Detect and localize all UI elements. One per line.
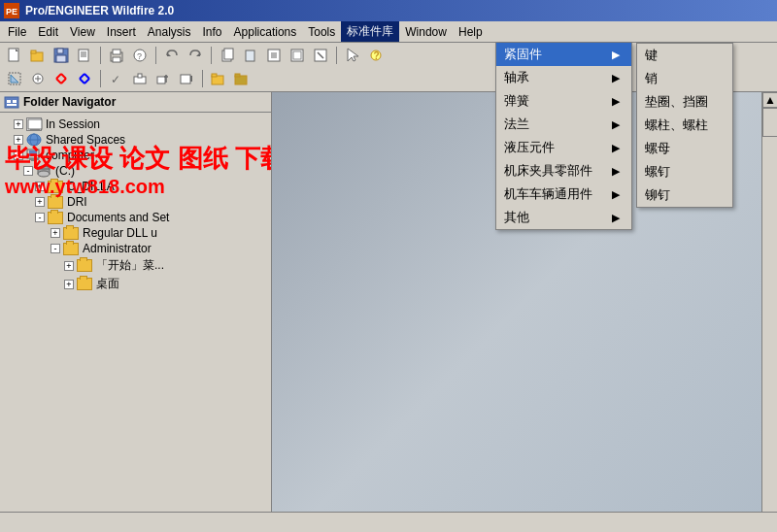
- expander-in-session[interactable]: +: [14, 119, 23, 129]
- menu-file[interactable]: File: [2, 23, 32, 41]
- expander-regular[interactable]: +: [51, 228, 60, 238]
- tb2-folder2[interactable]: [231, 68, 253, 89]
- dd-item-hydraulics[interactable]: 液压元件 ▶: [496, 136, 631, 159]
- tree-item-dri[interactable]: + DRI: [0, 194, 271, 210]
- expander-docs[interactable]: -: [35, 213, 45, 222]
- folder-regular-icon: [63, 227, 79, 240]
- tree-item-computer[interactable]: - computer: [0, 148, 271, 163]
- dd-item-flanges[interactable]: 法兰 ▶: [496, 113, 631, 136]
- dd-arrow-flanges: ▶: [612, 118, 620, 131]
- folder-start-icon: [77, 259, 92, 272]
- tb-btn-10[interactable]: [263, 45, 285, 66]
- sub-item-key[interactable]: 键: [637, 44, 732, 67]
- toolbar-sep-4: [336, 47, 337, 64]
- expander-computer[interactable]: -: [14, 150, 23, 160]
- tb2-folder[interactable]: [208, 68, 229, 89]
- tb-btn-6[interactable]: ?: [129, 45, 151, 66]
- expander-start[interactable]: +: [64, 261, 74, 271]
- sub-label-rivet: 铆钉: [645, 186, 670, 204]
- dd-item-springs[interactable]: 弹簧 ▶: [496, 89, 631, 113]
- tb2-2[interactable]: [27, 68, 49, 89]
- sub-item-washer[interactable]: 垫圈、挡圈: [637, 90, 732, 114]
- svg-rect-22: [246, 50, 254, 61]
- dd-item-vehicle[interactable]: 机车车辆通用件 ▶: [496, 183, 631, 206]
- tb2-5[interactable]: ✓: [106, 68, 127, 89]
- menu-insert[interactable]: Insert: [101, 23, 142, 41]
- tb-new[interactable]: [4, 45, 25, 66]
- tb2-1[interactable]: [4, 68, 25, 89]
- svg-line-46: [84, 79, 89, 83]
- menu-applications[interactable]: Applications: [228, 23, 303, 41]
- expander-desktop[interactable]: +: [64, 280, 74, 289]
- tb2-7[interactable]: [152, 68, 174, 89]
- svg-rect-49: [138, 74, 142, 78]
- sub-label-nut: 螺母: [645, 140, 670, 157]
- tb-help[interactable]: ?: [365, 45, 387, 66]
- tb-print[interactable]: [106, 45, 127, 66]
- tree-item-start[interactable]: + 「开始」菜...: [0, 256, 271, 275]
- svg-line-43: [80, 74, 84, 79]
- sub-label-pin: 销: [645, 70, 658, 87]
- scrollbar[interactable]: ▲: [761, 92, 777, 512]
- menu-view[interactable]: View: [64, 23, 101, 41]
- menu-std-lib[interactable]: 标准件库: [341, 21, 399, 42]
- sub-item-pin[interactable]: 销: [637, 67, 732, 90]
- tree-item-docs[interactable]: - Documents and Set: [0, 210, 271, 225]
- toolbar-sep-5: [100, 70, 101, 87]
- expander-admin[interactable]: -: [51, 244, 60, 253]
- sub-item-nut[interactable]: 螺母: [637, 137, 732, 160]
- folder-admin-icon: [63, 243, 79, 255]
- app-icon: PE: [4, 3, 19, 18]
- expander-dri[interactable]: +: [35, 197, 45, 207]
- tb-copy2[interactable]: [240, 45, 261, 66]
- tree-item-drive-c[interactable]: - (C:): [0, 163, 271, 179]
- menu-window[interactable]: Window: [399, 23, 453, 41]
- tb-copy1[interactable]: [217, 45, 238, 66]
- tree-item-c-dilla[interactable]: + C_DILLA: [0, 179, 271, 194]
- menu-edit[interactable]: Edit: [32, 23, 64, 41]
- tree-label-regular: Regular DLL u: [83, 226, 157, 240]
- menu-analysis[interactable]: Analysis: [142, 23, 197, 41]
- menu-info[interactable]: Info: [197, 23, 228, 41]
- tree-item-desktop[interactable]: + 桌面: [0, 275, 271, 293]
- toolbar-sep-2: [155, 47, 156, 64]
- expander-drive-c[interactable]: -: [23, 166, 33, 176]
- tb-btn-12[interactable]: [310, 45, 331, 66]
- dd-item-bearings[interactable]: 轴承 ▶: [496, 66, 631, 89]
- sub-item-rivet[interactable]: 铆钉: [637, 183, 732, 207]
- sub-item-stud[interactable]: 螺柱、螺柱: [637, 114, 732, 137]
- tb-save[interactable]: [51, 45, 72, 66]
- menu-help[interactable]: Help: [453, 23, 489, 41]
- tb-undo[interactable]: [161, 45, 183, 66]
- tb-close[interactable]: [74, 45, 95, 66]
- expander-c-dilla[interactable]: +: [35, 182, 45, 191]
- tree-item-regular[interactable]: + Regular DLL u: [0, 225, 271, 241]
- menu-tools[interactable]: Tools: [302, 23, 341, 41]
- scroll-up[interactable]: ▲: [762, 92, 777, 108]
- tree-item-shared-spaces[interactable]: + Shared Spaces: [0, 132, 271, 148]
- tree-label-shared-spaces: Shared Spaces: [46, 133, 125, 147]
- dd-arrow-machine-tools: ▶: [612, 165, 620, 178]
- folder-dri-icon: [48, 196, 63, 209]
- scroll-thumb[interactable]: [762, 108, 777, 137]
- tb-open[interactable]: [27, 45, 49, 66]
- svg-line-41: [56, 79, 61, 83]
- dd-item-machine-tools[interactable]: 机床夹具零部件 ▶: [496, 159, 631, 183]
- tb-cursor[interactable]: [342, 45, 363, 66]
- expander-shared-spaces[interactable]: +: [14, 135, 23, 145]
- disk-c-icon: [36, 165, 51, 178]
- svg-line-39: [56, 74, 61, 79]
- tb2-6[interactable]: [129, 68, 151, 89]
- tree-item-in-session[interactable]: + In Session: [0, 116, 271, 132]
- tb2-8[interactable]: [176, 68, 197, 89]
- tb2-4[interactable]: [74, 68, 95, 89]
- tb-redo[interactable]: [185, 45, 206, 66]
- tb2-3[interactable]: [51, 68, 72, 89]
- dd-item-other[interactable]: 其他 ▶: [496, 206, 631, 229]
- nav-icon: [4, 94, 19, 110]
- tree-item-admin[interactable]: - Administrator: [0, 241, 271, 256]
- tb-btn-11[interactable]: [287, 45, 308, 66]
- sub-item-screw[interactable]: 螺钉: [637, 160, 732, 183]
- dd-item-fasteners[interactable]: 紧固件 ▶: [496, 43, 631, 66]
- dd-label-flanges: 法兰: [504, 116, 529, 133]
